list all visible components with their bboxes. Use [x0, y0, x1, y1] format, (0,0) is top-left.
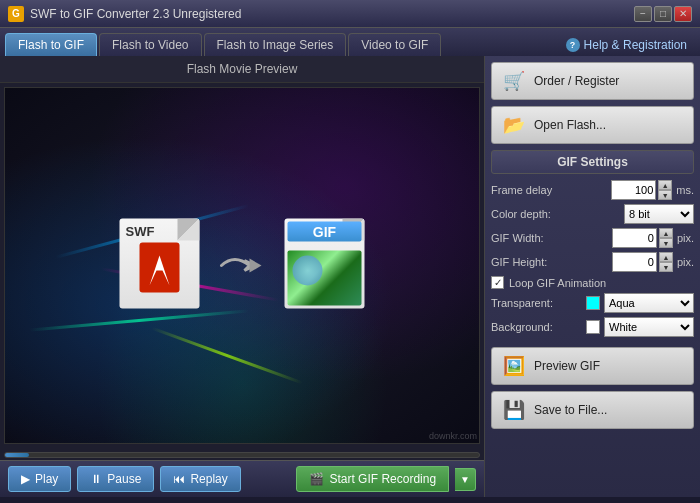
gif-height-control: ▲ ▼ pix.: [612, 252, 694, 272]
control-bar: ▶ Play ⏸ Pause ⏮ Replay 🎬 Start GIF Reco…: [0, 460, 484, 497]
preview-header: Flash Movie Preview: [0, 56, 484, 83]
title-bar-left: G SWF to GIF Converter 2.3 Unregistered: [8, 6, 241, 22]
progress-bar-fill: [5, 453, 29, 457]
frame-delay-row: Frame delay ▲ ▼ ms.: [491, 180, 694, 200]
tab-bar: Flash to GIF Flash to Video Flash to Ima…: [0, 28, 700, 56]
gif-height-unit: pix.: [677, 256, 694, 268]
gif-width-down[interactable]: ▼: [659, 238, 673, 248]
transparent-control: Aqua None Black White: [586, 293, 694, 313]
record-icon: 🎬: [309, 472, 324, 486]
help-link[interactable]: ? Help & Registration: [566, 38, 695, 56]
gif-settings-header: GIF Settings: [491, 150, 694, 174]
replay-label: Replay: [190, 472, 227, 486]
background-swatch: [586, 320, 600, 334]
save-label: Save to File...: [534, 403, 607, 417]
tab-flash-to-video[interactable]: Flash to Video: [99, 33, 202, 56]
maximize-button[interactable]: □: [654, 6, 672, 22]
open-flash-icon: 📂: [502, 113, 526, 137]
play-button[interactable]: ▶ Play: [8, 466, 71, 492]
start-recording-button[interactable]: 🎬 Start GIF Recording: [296, 466, 449, 492]
transparent-swatch: [586, 296, 600, 310]
watermark: downkr.com: [429, 431, 477, 441]
gif-width-row: GIF Width: ▲ ▼ pix.: [491, 228, 694, 248]
arrow-container: [220, 248, 265, 283]
frame-delay-up[interactable]: ▲: [658, 180, 672, 190]
loop-row: ✓ Loop GIF Animation: [491, 276, 694, 289]
title-bar: G SWF to GIF Converter 2.3 Unregistered …: [0, 0, 700, 28]
gif-height-spinners: ▲ ▼: [659, 252, 673, 272]
tab-flash-to-image-series[interactable]: Flash to Image Series: [204, 33, 347, 56]
background-label: Background:: [491, 321, 553, 333]
flash-logo-svg: [135, 240, 185, 295]
loop-checkbox[interactable]: ✓: [491, 276, 504, 289]
left-panel: Flash Movie Preview SWF: [0, 56, 485, 497]
pause-label: Pause: [107, 472, 141, 486]
play-icon: ▶: [21, 472, 30, 486]
recording-dropdown-button[interactable]: ▼: [455, 468, 476, 491]
progress-bar-bg: [4, 452, 480, 458]
replay-icon: ⏮: [173, 472, 185, 486]
transparent-row: Transparent: Aqua None Black White: [491, 293, 694, 313]
frame-delay-control: ▲ ▼ ms.: [611, 180, 694, 200]
color-depth-row: Color depth: 8 bit 4 bit 24 bit: [491, 204, 694, 224]
close-button[interactable]: ✕: [674, 6, 692, 22]
gif-height-down[interactable]: ▼: [659, 262, 673, 272]
frame-delay-down[interactable]: ▼: [658, 190, 672, 200]
gif-height-input[interactable]: [612, 252, 657, 272]
help-icon: ?: [566, 38, 580, 52]
swf-file-icon: SWF: [120, 218, 200, 313]
color-depth-select[interactable]: 8 bit 4 bit 24 bit: [624, 204, 694, 224]
gif-image-preview: [288, 250, 362, 305]
app-title: SWF to GIF Converter 2.3 Unregistered: [30, 7, 241, 21]
start-recording-label: Start GIF Recording: [329, 472, 436, 486]
background-select[interactable]: White Black None: [604, 317, 694, 337]
gif-file-icon: GIF: [285, 218, 365, 313]
main-content: Flash Movie Preview SWF: [0, 56, 700, 497]
loop-label: Loop GIF Animation: [509, 277, 606, 289]
open-flash-label: Open Flash...: [534, 118, 606, 132]
transparent-label: Transparent:: [491, 297, 553, 309]
right-panel: 🛒 Order / Register 📂 Open Flash... GIF S…: [485, 56, 700, 497]
gif-width-spinners: ▲ ▼: [659, 228, 673, 248]
gif-width-control: ▲ ▼ pix.: [612, 228, 694, 248]
replay-button[interactable]: ⏮ Replay: [160, 466, 240, 492]
minimize-button[interactable]: −: [634, 6, 652, 22]
gif-file-body: GIF: [285, 218, 365, 308]
settings-grid: Frame delay ▲ ▼ ms. Color depth: 8 bit 4: [491, 180, 694, 337]
tab-flash-to-gif[interactable]: Flash to GIF: [5, 33, 97, 56]
swf-label: SWF: [126, 223, 155, 238]
transparent-select[interactable]: Aqua None Black White: [604, 293, 694, 313]
gif-width-label: GIF Width:: [491, 232, 544, 244]
preview-gif-label: Preview GIF: [534, 359, 600, 373]
pause-button[interactable]: ⏸ Pause: [77, 466, 154, 492]
tab-video-to-gif[interactable]: Video to GIF: [348, 33, 441, 56]
svg-marker-1: [250, 258, 262, 272]
preview-gif-icon: 🖼️: [502, 354, 526, 378]
frame-delay-input[interactable]: [611, 180, 656, 200]
swf-file-body: SWF: [120, 218, 200, 308]
color-depth-control: 8 bit 4 bit 24 bit: [624, 204, 694, 224]
swf-gif-animation: SWF: [120, 218, 365, 313]
gif-height-up[interactable]: ▲: [659, 252, 673, 262]
gif-width-input[interactable]: [612, 228, 657, 248]
pause-icon: ⏸: [90, 472, 102, 486]
order-register-button[interactable]: 🛒 Order / Register: [491, 62, 694, 100]
open-flash-button[interactable]: 📂 Open Flash...: [491, 106, 694, 144]
frame-delay-spinners: ▲ ▼: [658, 180, 672, 200]
tabs-container: Flash to GIF Flash to Video Flash to Ima…: [5, 33, 441, 56]
preview-area: SWF: [4, 87, 480, 444]
gif-height-row: GIF Height: ▲ ▼ pix.: [491, 252, 694, 272]
preview-gif-button[interactable]: 🖼️ Preview GIF: [491, 347, 694, 385]
order-icon: 🛒: [502, 69, 526, 93]
frame-delay-unit: ms.: [676, 184, 694, 196]
file-fold: [178, 218, 200, 240]
gif-height-label: GIF Height:: [491, 256, 547, 268]
save-to-file-button[interactable]: 💾 Save to File...: [491, 391, 694, 429]
frame-delay-label: Frame delay: [491, 184, 552, 196]
window-controls: − □ ✕: [634, 6, 692, 22]
background-control: White Black None: [586, 317, 694, 337]
gif-width-up[interactable]: ▲: [659, 228, 673, 238]
gif-width-unit: pix.: [677, 232, 694, 244]
background-row: Background: White Black None: [491, 317, 694, 337]
save-icon: 💾: [502, 398, 526, 422]
